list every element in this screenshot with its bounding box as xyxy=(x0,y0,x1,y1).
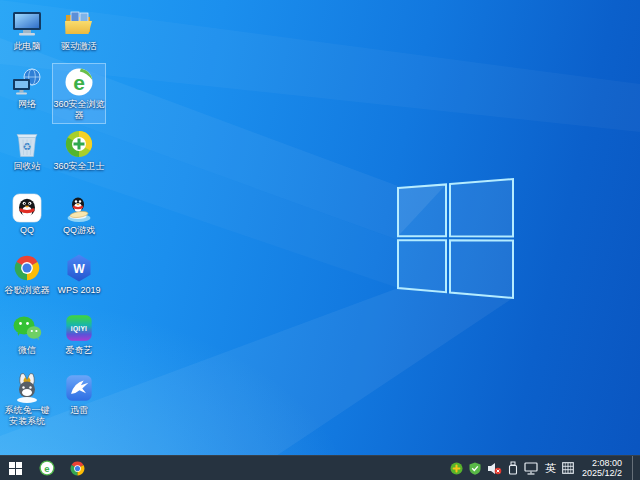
chrome-icon xyxy=(10,252,44,284)
qq-games-icon xyxy=(62,192,96,224)
rabbit-icon xyxy=(10,372,44,404)
svg-text:e: e xyxy=(44,463,49,474)
svg-text:iQIYI: iQIYI xyxy=(71,325,87,333)
desktop-icon-iqiyi[interactable]: iQIYI 爱奇艺 xyxy=(53,310,105,358)
desktop-icon-qq[interactable]: QQ xyxy=(1,190,53,238)
wps-icon: W xyxy=(62,252,96,284)
desktop-icon-recycle-bin[interactable]: ♻ 回收站 xyxy=(1,126,53,174)
icon-label: 微信 xyxy=(1,345,53,356)
taskbar-360-browser-button[interactable]: e xyxy=(31,456,62,480)
taskbar-chrome-button[interactable] xyxy=(62,456,93,480)
desktop-icon-thunder[interactable]: 迅雷 xyxy=(53,370,105,418)
desktop-icon-system-rabbit[interactable]: 系统兔一键安装系统 xyxy=(1,370,53,429)
desktop-wallpaper: 此电脑 驱动激活 网络 xyxy=(0,0,640,480)
clock-time: 2:08:00 xyxy=(582,458,622,468)
360-shield-tray-icon[interactable] xyxy=(469,456,481,480)
svg-text:e: e xyxy=(73,71,85,94)
thunder-icon xyxy=(62,372,96,404)
show-desktop-button[interactable] xyxy=(632,456,638,480)
taskbar: e xyxy=(0,455,640,480)
svg-text:W: W xyxy=(73,262,85,276)
desktop-icon-qq-games[interactable]: QQ游戏 xyxy=(53,190,105,238)
chrome-taskbar-icon xyxy=(69,460,86,477)
icon-label: 驱动激活 xyxy=(53,41,105,52)
volume-muted-icon[interactable] xyxy=(487,456,502,480)
360-safe-icon xyxy=(62,128,96,160)
ime-mode-icon[interactable] xyxy=(562,456,574,480)
start-button[interactable] xyxy=(0,456,31,480)
icon-label: 爱奇艺 xyxy=(53,345,105,356)
desktop-icon-network[interactable]: 网络 xyxy=(1,64,53,112)
qq-icon xyxy=(10,192,44,224)
network-icon xyxy=(10,66,44,98)
desktop-icon-360-safe[interactable]: 360安全卫士 xyxy=(53,126,105,174)
iqiyi-icon: iQIYI xyxy=(62,312,96,344)
taskbar-clock[interactable]: 2:08:00 2025/12/2 xyxy=(580,458,626,478)
usb-device-tray-icon[interactable] xyxy=(508,456,518,480)
icon-label: 系统兔一键安装系统 xyxy=(1,405,53,427)
windows-start-icon xyxy=(9,462,22,475)
desktop-icon-wechat[interactable]: 微信 xyxy=(1,310,53,358)
this-pc-icon xyxy=(10,8,44,40)
icon-label: WPS 2019 xyxy=(53,285,105,296)
360-antivirus-tray-icon[interactable] xyxy=(450,456,463,480)
icon-label: 360安全浏览器 xyxy=(53,99,105,121)
icon-label: 此电脑 xyxy=(1,41,53,52)
wechat-icon xyxy=(10,312,44,344)
desktop-icon-wps[interactable]: W WPS 2019 xyxy=(53,250,105,298)
ime-language-indicator[interactable]: 英 xyxy=(545,456,556,480)
desktop-icon-driver-activation[interactable]: 驱动激活 xyxy=(53,6,105,54)
icon-label: 谷歌浏览器 xyxy=(1,285,53,296)
icon-label: 回收站 xyxy=(1,161,53,172)
network-tray-icon[interactable] xyxy=(524,456,539,480)
folder-icon xyxy=(62,8,96,40)
svg-text:♻: ♻ xyxy=(23,141,32,152)
desktop-icon-this-pc[interactable]: 此电脑 xyxy=(1,6,53,54)
icon-label: QQ游戏 xyxy=(53,225,105,236)
system-tray: 英 2:08:00 2025/12/2 xyxy=(450,456,640,480)
icon-label: QQ xyxy=(1,225,53,236)
desktop-icon-chrome[interactable]: 谷歌浏览器 xyxy=(1,250,53,298)
icon-label: 360安全卫士 xyxy=(53,161,105,172)
360-browser-taskbar-icon: e xyxy=(38,459,56,477)
desktop-icon-360-browser[interactable]: e 360安全浏览器 xyxy=(53,64,105,123)
icon-label: 迅雷 xyxy=(53,405,105,416)
360-browser-icon: e xyxy=(62,66,96,98)
recycle-bin-icon: ♻ xyxy=(10,128,44,160)
icon-label: 网络 xyxy=(1,99,53,110)
clock-date: 2025/12/2 xyxy=(582,468,622,478)
